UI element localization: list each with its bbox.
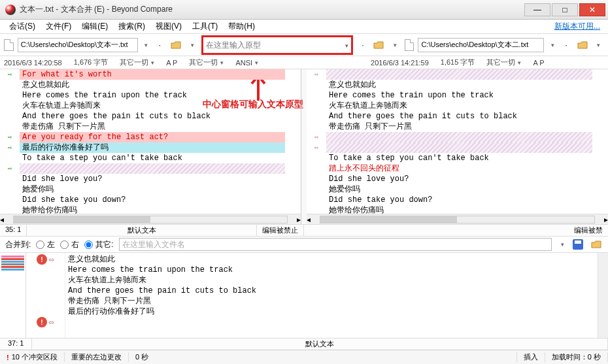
text-line[interactable]: 踏上永不回头的征程 <box>307 163 608 174</box>
text-line[interactable]: Did she love you? <box>0 174 301 184</box>
text-line[interactable]: ⇔ <box>307 69 608 80</box>
line-gutter[interactable]: ⇨ <box>0 142 20 153</box>
right-browse-button[interactable] <box>576 39 588 52</box>
text-line[interactable]: ⇨最后的行动你准备好了吗 <box>0 142 301 153</box>
line-gutter[interactable] <box>0 111 20 122</box>
new-version-link[interactable]: 新版本可用... <box>554 21 604 32</box>
menu-help[interactable]: 帮助(H) <box>223 20 260 33</box>
right-filter-dropdown[interactable]: 其它一切 <box>482 58 525 67</box>
line-gutter[interactable] <box>307 163 326 174</box>
line-gutter[interactable]: ⇔ <box>307 132 326 142</box>
text-line[interactable]: And there goes the pain it cuts to black <box>307 111 608 122</box>
left-path-input[interactable]: C:\Users\echo\Desktop\文本一.txt <box>18 38 138 52</box>
line-gutter[interactable] <box>307 153 326 163</box>
text-line[interactable]: ⇨Are you ready for the last act? <box>0 132 301 142</box>
merge-text-area[interactable]: 意义也就如此Here comes the train upon the trac… <box>65 253 598 338</box>
line-gutter[interactable] <box>0 184 20 195</box>
line-gutter[interactable] <box>0 90 20 101</box>
line-gutter[interactable] <box>0 101 20 111</box>
left-browse-dropdown-icon[interactable] <box>186 39 197 52</box>
line-gutter[interactable] <box>0 205 20 214</box>
close-button[interactable]: ✕ <box>579 3 605 16</box>
merge-browse-button[interactable] <box>590 238 603 251</box>
text-line[interactable]: ⇔ <box>307 142 608 153</box>
text-line[interactable]: 火车在轨道上奔驰而来 <box>0 101 301 111</box>
minimize-button[interactable]: — <box>524 3 550 16</box>
left-encoding2-dropdown[interactable]: ANSI <box>231 59 262 67</box>
merge-vscrollbar[interactable] <box>598 253 608 338</box>
text-line[interactable]: 意义也就如此 <box>0 80 301 90</box>
line-gutter[interactable] <box>307 122 326 132</box>
line-gutter[interactable] <box>307 174 326 184</box>
text-line[interactable]: Here comes the train upon the track <box>0 90 301 101</box>
right-browse-dropdown-icon[interactable] <box>592 39 604 52</box>
center-browse-dropdown-icon[interactable] <box>388 39 400 52</box>
center-prototype-input[interactable] <box>206 41 344 50</box>
text-line[interactable]: 她带给你伤痛吗 <box>307 205 608 214</box>
merge-radio-left[interactable]: 左 <box>36 239 55 250</box>
line-gutter[interactable] <box>307 90 326 101</box>
center-prototype-combo[interactable] <box>201 35 353 55</box>
merge-gutter[interactable]: !⇔ !⇔ <box>26 253 65 338</box>
left-filter-dropdown[interactable]: 其它一切 <box>116 58 158 67</box>
text-line[interactable]: ⇨ <box>0 163 301 174</box>
merge-filename-dropdown-icon[interactable] <box>557 237 566 252</box>
menu-tools[interactable]: 工具(T) <box>187 20 223 33</box>
right-ap[interactable]: A P <box>529 59 548 67</box>
text-line[interactable]: 她爱你吗 <box>0 184 301 195</box>
line-gutter[interactable]: ⇔ <box>307 142 326 153</box>
merge-line[interactable]: 意义也就如此 <box>68 254 595 265</box>
left-history-button[interactable]: · <box>154 39 165 52</box>
right-text-area[interactable]: ⇔ 意义也就如此Here comes the train upon the tr… <box>307 69 608 214</box>
left-ap[interactable]: A P <box>162 59 181 67</box>
text-line[interactable]: 火车在轨道上奔驰而来 <box>307 101 608 111</box>
left-path-dropdown-icon[interactable] <box>142 38 150 52</box>
right-hscrollbar[interactable]: ◂▸ <box>307 214 608 224</box>
right-path-dropdown-icon[interactable] <box>548 38 556 52</box>
right-path-input[interactable]: C:\Users\echo\Desktop\文本二.txt <box>418 38 544 52</box>
merge-filename-input[interactable]: 在这里输入文件名 <box>119 238 552 251</box>
left-hscrollbar[interactable]: ◂▸ <box>0 214 301 224</box>
text-line[interactable]: 她爱你吗 <box>307 184 608 195</box>
line-gutter[interactable]: ⇨ <box>0 163 20 174</box>
center-browse-button[interactable] <box>373 39 384 52</box>
merge-line[interactable]: Here comes the train upon the track <box>68 265 595 275</box>
text-line[interactable]: Here comes the train upon the track <box>307 90 608 101</box>
menu-session[interactable]: 会话(S) <box>4 20 41 33</box>
merge-line[interactable]: 火车在轨道上奔驰而来 <box>68 275 595 286</box>
line-gutter[interactable] <box>307 184 326 195</box>
left-browse-button[interactable] <box>170 39 182 52</box>
right-history-button[interactable]: · <box>560 39 572 52</box>
line-gutter[interactable] <box>307 205 326 214</box>
center-prototype-dropdown-icon[interactable] <box>344 41 348 50</box>
line-gutter[interactable] <box>0 153 20 163</box>
line-gutter[interactable] <box>0 122 20 132</box>
merge-line[interactable]: 最后的行动你准备好了吗 <box>68 306 595 317</box>
menu-view[interactable]: 视图(V) <box>150 20 187 33</box>
merge-radio-other[interactable]: 其它: <box>84 239 113 250</box>
text-line[interactable]: Did she love you? <box>307 174 608 184</box>
text-line[interactable]: ⇔ <box>307 132 608 142</box>
text-line[interactable]: Did she take you down? <box>0 195 301 205</box>
merge-line[interactable]: And there goes the pain it cuts to black <box>68 286 595 296</box>
maximize-button[interactable]: □ <box>552 3 578 16</box>
menu-edit[interactable]: 编辑(E) <box>76 20 113 33</box>
menu-file[interactable]: 文件(F) <box>41 20 76 33</box>
center-nav-strip[interactable] <box>301 69 307 224</box>
text-line[interactable]: To take a step you can't take back <box>0 153 301 163</box>
merge-save-button[interactable] <box>571 238 584 251</box>
line-gutter[interactable]: ⇨ <box>0 132 20 142</box>
line-gutter[interactable] <box>0 195 20 205</box>
left-encoding1-dropdown[interactable]: 其它一切 <box>185 58 228 67</box>
text-line[interactable]: To take a step you can't take back <box>307 153 608 163</box>
text-line[interactable]: 意义也就如此 <box>307 80 608 90</box>
merge-radio-right[interactable]: 右 <box>60 239 79 250</box>
minimap[interactable] <box>0 253 26 338</box>
line-gutter[interactable]: ⇨ <box>0 69 20 80</box>
line-gutter[interactable] <box>307 195 326 205</box>
text-line[interactable]: 她带给你伤痛吗 <box>0 205 301 214</box>
left-text-area[interactable]: ⇨For what it's worth意义也就如此Here comes the… <box>0 69 301 214</box>
text-line[interactable]: 带走伤痛 只剩下一片黑 <box>0 122 301 132</box>
menu-search[interactable]: 搜索(R) <box>113 20 150 33</box>
line-gutter[interactable] <box>307 80 326 90</box>
